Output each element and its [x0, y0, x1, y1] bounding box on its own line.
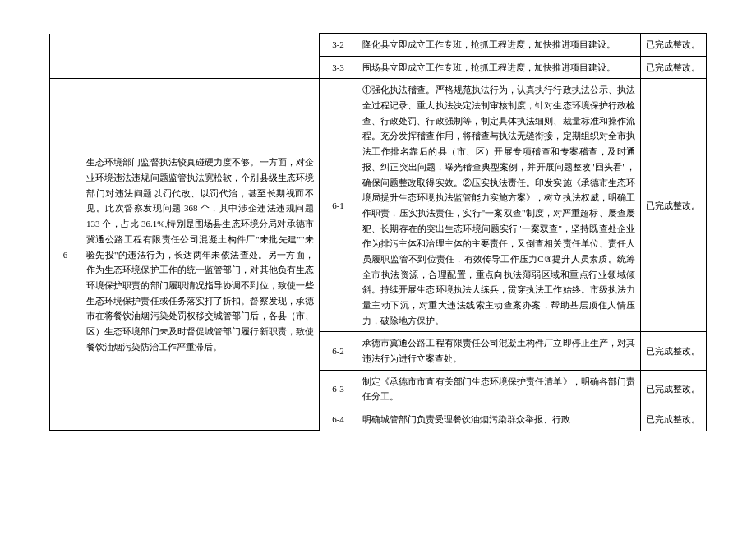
sub-id: 6-1 — [320, 79, 357, 332]
action-text: 围场县立即成立工作专班，抢抓工程进度，加快推进项目建设。 — [357, 56, 641, 79]
row-number: 6 — [50, 79, 81, 431]
sub-id: 6-4 — [320, 408, 357, 431]
action-text: 隆化县立即成立工作专班，抢抓工程进度，加快推进项目建设。 — [357, 34, 641, 57]
sub-id: 3-3 — [320, 56, 357, 79]
status-text: 已完成整改。 — [641, 79, 707, 332]
status-text: 已完成整改。 — [641, 56, 707, 79]
action-text: 明确城管部门负责受理餐饮油烟污染群众举报、行政 — [357, 408, 641, 431]
table-row: 6 生态环境部门监督执法较真碰硬力度不够。一方面，对企业环境违法违规问题监管执法… — [50, 79, 707, 332]
row-number — [50, 34, 81, 79]
status-text: 已完成整改。 — [641, 370, 707, 408]
status-text: 已完成整改。 — [641, 408, 707, 431]
sub-id: 6-3 — [320, 370, 357, 408]
action-text: ①强化执法稽查。严格规范执法行为，认真执行行政执法公示、执法全过程记录、重大执法… — [357, 79, 641, 332]
sub-id: 6-2 — [320, 332, 357, 370]
status-text: 已完成整改。 — [641, 332, 707, 370]
table-row: 3-2 隆化县立即成立工作专班，抢抓工程进度，加快推进项目建设。 已完成整改。 — [50, 34, 707, 57]
row-description — [81, 34, 320, 79]
action-text: 制定《承德市市直有关部门生态环境保护责任清单》，明确各部门责任分工。 — [357, 370, 641, 408]
status-text: 已完成整改。 — [641, 34, 707, 57]
regulatory-table: 3-2 隆化县立即成立工作专班，抢抓工程进度，加快推进项目建设。 已完成整改。 … — [49, 33, 707, 431]
row-description: 生态环境部门监督执法较真碰硬力度不够。一方面，对企业环境违法违规问题监管执法宽松… — [81, 79, 320, 431]
sub-id: 3-2 — [320, 34, 357, 57]
action-text: 承德市冀通公路工程有限责任公司混凝土构件厂立即停止生产，对其违法行为进行立案查处… — [357, 332, 641, 370]
